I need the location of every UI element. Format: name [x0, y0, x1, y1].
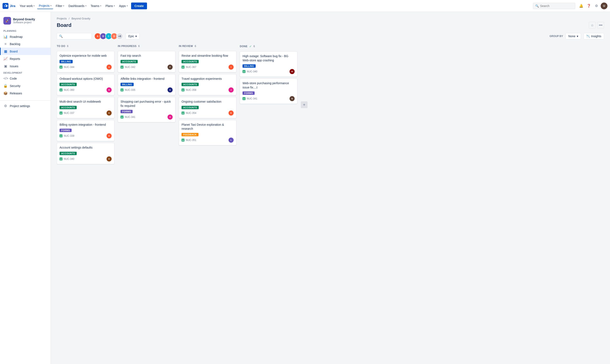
board-card[interactable]: Ongoing customer satisfaction ACCOUNTS ▲… [179, 97, 236, 118]
board-card[interactable]: Shopping cart purchasing error - quick f… [118, 97, 175, 122]
card-footer: ▲ NUC-351 L [181, 138, 234, 143]
board-search-input[interactable] [64, 35, 89, 38]
column-count: 6 [67, 45, 68, 48]
board-card[interactable]: Optimize experience for mobile web BILLI… [57, 51, 114, 72]
nav-yourwork[interactable]: Your work ▾ [18, 3, 36, 9]
sidebar-item-board[interactable]: ▦ Board [0, 48, 51, 55]
avatar-more[interactable]: +3 [116, 33, 123, 39]
settings-button[interactable]: ⚙ [593, 2, 600, 9]
card-footer: ▲ NUC-360 B [59, 87, 112, 92]
nav-dashboards[interactable]: Dashboards ▾ [67, 3, 88, 9]
card-tag: BILLING [243, 64, 256, 68]
insights-icon: 📉 [586, 35, 590, 38]
project-icon: 🚀 [3, 17, 11, 25]
board-search[interactable]: 🔍 [57, 33, 92, 39]
issue-icon: ▲ [243, 70, 245, 73]
sidebar-item-issues[interactable]: ▣ Issues [0, 63, 51, 70]
help-button[interactable]: ❓ [585, 2, 592, 9]
sidebar-item-code[interactable]: </> Code [0, 75, 51, 82]
more-button[interactable]: ••• [597, 22, 604, 28]
chevron-down-icon: ▾ [63, 5, 64, 7]
user-avatar[interactable]: U [601, 2, 608, 9]
card-title: Account settings defaults [59, 146, 112, 150]
issue-icon: ▲ [181, 89, 185, 91]
sidebar: 🚀 Beyond Gravity Software project PLANNI… [0, 12, 51, 364]
board: TO DO6 Optimize experience for mobile we… [57, 44, 604, 170]
topnav: Jira Your work ▾ Projects ▾ Filter ▾ Das… [0, 0, 610, 12]
add-column-button[interactable]: + [301, 101, 308, 108]
search-bar[interactable]: 🔍 [533, 3, 575, 9]
nav-plans[interactable]: Plans ▾ [104, 3, 117, 9]
issue-icon: ▲ [181, 65, 185, 69]
breadcrumb-projects[interactable]: Projects [57, 17, 67, 20]
board-card[interactable]: Onboard workout options (OWO) ACCOUNTS ▲… [57, 74, 114, 95]
star-button[interactable]: ☆ [589, 22, 596, 28]
code-icon: </> [3, 77, 8, 80]
nav-teams[interactable]: Teams ▾ [89, 3, 103, 9]
card-title: Affelite links integration - frontend [121, 77, 173, 81]
search-input[interactable] [540, 4, 570, 8]
issue-id: NUC-335 [125, 89, 135, 91]
board-card[interactable]: Billing system integration - frontend FO… [57, 120, 114, 141]
card-title: Billing system integration - frontend [59, 123, 112, 127]
card-left: ▲ NUC-351 [181, 139, 196, 142]
create-button[interactable]: Create [131, 2, 147, 9]
group-by-button[interactable]: None ▾ [566, 33, 581, 39]
sidebar-item-security[interactable]: 🔒 Security [0, 82, 51, 90]
sidebar-item-roadmap[interactable]: 📊 Roadmap [0, 33, 51, 40]
sidebar-item-project-settings[interactable]: ⚙ Project settings [0, 102, 51, 110]
sidebar-item-backlog[interactable]: ≡ Backlog [0, 40, 51, 48]
card-avatar: K [229, 110, 234, 116]
board-card[interactable]: Affelite links integration - frontend BI… [118, 74, 175, 95]
card-title: Web-store purchasing performance issue f… [243, 81, 295, 90]
card-title: Planet Taxi Device exploration & researc… [181, 123, 234, 131]
card-tag: ACCOUNTS [181, 106, 199, 109]
board-card[interactable]: Web-store purchasing performance issue f… [240, 78, 297, 104]
page-header: Board ☆ ••• [57, 22, 604, 28]
board-card[interactable]: Multi-dest search UI mobileweb ACCOUNTS … [57, 97, 114, 118]
issue-icon: ▲ [243, 97, 245, 100]
card-footer: ▲ NUC-340 M [243, 69, 295, 74]
card-tag: FORMS [243, 91, 255, 95]
board-card[interactable]: High outage: Software bug fix - BG Web-s… [240, 52, 297, 77]
issue-id: NUC-351 [186, 139, 196, 142]
nav-projects[interactable]: Projects ▾ [37, 3, 53, 9]
column-count: 6 [254, 45, 255, 48]
insights-button[interactable]: 📉 Insights [583, 33, 604, 39]
board-card[interactable]: Planet Taxi Device exploration & researc… [179, 120, 236, 145]
card-avatar: G [168, 87, 173, 92]
board-card[interactable]: Fast trip search ACCOUNTS ▲ NUC-342 F [118, 51, 175, 72]
card-avatar: F [168, 65, 173, 70]
done-check-icon: ✓ [249, 45, 252, 48]
nav-filter[interactable]: Filter ▾ [54, 3, 66, 9]
chevron-down-icon: ▾ [100, 5, 101, 7]
jira-logo[interactable]: Jira [2, 3, 15, 9]
breadcrumb-project[interactable]: Beyond Gravity [72, 17, 90, 20]
column-header-inprogress: IN PROGRESS6 [118, 44, 175, 49]
issue-icon: ▲ [121, 65, 123, 69]
issue-id: NUC-358 [186, 89, 196, 91]
card-left: ▲ NUC-340 [243, 70, 257, 73]
nav-apps[interactable]: Apps ▾ [117, 3, 129, 9]
topnav-icons: 🔔 ❓ ⚙ U [578, 2, 608, 9]
board-card[interactable]: Travel suggestion experiments ACCOUNTS ▲… [179, 74, 236, 95]
chevron-down-icon: ▾ [33, 5, 35, 7]
card-footer: ▲ NUC-341 H [121, 115, 173, 119]
epic-filter-button[interactable]: Epic ▾ [126, 33, 140, 39]
board-card[interactable]: Revise and streamline booking flow ACCOU… [179, 51, 236, 72]
sidebar-item-releases[interactable]: 📦 Releases [0, 90, 51, 97]
issue-icon: ▲ [181, 112, 185, 115]
card-avatar: E [107, 156, 112, 161]
page-header-actions: ☆ ••• [589, 22, 604, 28]
issue-id: NUC-341 [247, 97, 257, 100]
issue-id: NUC-360 [64, 89, 74, 91]
issue-id: NUC-344 [64, 65, 74, 69]
board-card[interactable]: Account settings defaults ACCOUNTS ▲ NUC… [57, 143, 114, 164]
issue-id: NUC-342 [125, 65, 135, 69]
roadmap-icon: 📊 [3, 35, 8, 39]
card-left: ▲ NUC-344 [59, 65, 74, 69]
notifications-button[interactable]: 🔔 [578, 2, 584, 9]
sidebar-item-reports[interactable]: 📈 Reports [0, 55, 51, 63]
card-left: ▲ NUC-360 [59, 89, 74, 91]
project-type: Software project [13, 21, 35, 24]
